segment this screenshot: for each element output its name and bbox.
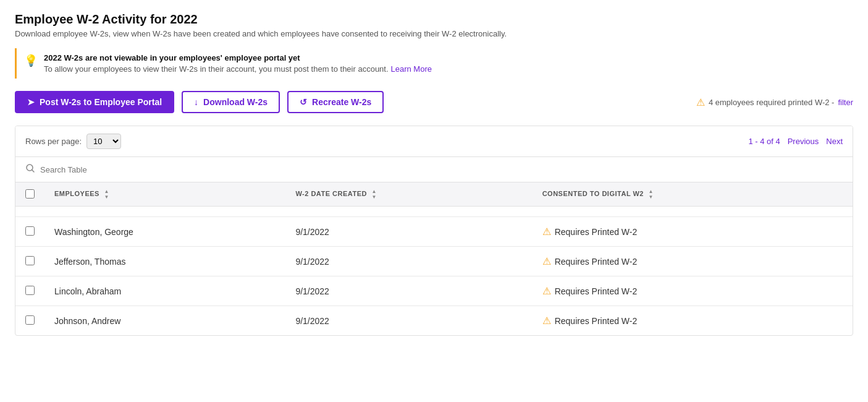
download-icon: ↓ — [194, 97, 198, 107]
warning-text: 4 employees required printed W-2 - — [709, 98, 835, 107]
column-header-consented[interactable]: CONSENTED TO DIGITAL W2 ▲ ▼ — [533, 182, 853, 207]
row-employee-name: Jefferson, Thomas — [44, 247, 285, 276]
row-checkbox-cell — [15, 217, 44, 247]
download-w2s-button[interactable]: ↓ Download W-2s — [182, 91, 280, 113]
table-header-row: EMPLOYEES ▲ ▼ W-2 DATE CREATED ▲ ▼ CONSE… — [15, 182, 853, 207]
warning-icon: ⚠ — [542, 226, 551, 237]
row-checkbox[interactable] — [25, 315, 35, 325]
sort-arrows-consented: ▲ ▼ — [649, 189, 654, 200]
status-text: Requires Printed W-2 — [555, 257, 638, 267]
select-all-checkbox[interactable] — [25, 189, 35, 199]
row-employee-name: Lincoln, Abraham — [44, 276, 285, 306]
page-title: Employee W-2 Activity for 2022 — [15, 12, 853, 27]
row-w2-date: 9/1/2022 — [285, 306, 532, 336]
warning-filter: ⚠ 4 employees required printed W-2 - fil… — [696, 96, 853, 108]
table-row: Washington, George 9/1/2022 ⚠ Requires P… — [15, 217, 853, 247]
table-row: Lincoln, Abraham 9/1/2022 ⚠ Requires Pri… — [15, 276, 853, 306]
recreate-label: Recreate W-2s — [312, 97, 371, 107]
row-checkbox-cell — [15, 247, 44, 276]
status-text: Requires Printed W-2 — [555, 316, 638, 326]
warning-icon: ⚠ — [542, 285, 551, 297]
status-text: Requires Printed W-2 — [555, 227, 638, 237]
row-w2-date: 9/1/2022 — [285, 217, 532, 247]
rows-per-page-control: Rows per page: 10 25 50 100 — [25, 134, 121, 149]
previous-button[interactable]: Previous — [788, 137, 819, 146]
notice-content: 2022 W-2s are not viewable in your emplo… — [44, 53, 432, 74]
row-checkbox[interactable] — [25, 256, 35, 265]
select-all-header — [15, 182, 44, 207]
column-header-w2-date[interactable]: W-2 DATE CREATED ▲ ▼ — [285, 182, 532, 207]
warning-icon: ⚠ — [542, 315, 551, 327]
lightbulb-icon: 💡 — [24, 54, 38, 67]
recreate-w2s-button[interactable]: ↺ Recreate W-2s — [287, 91, 384, 113]
action-bar: ➤ Post W-2s to Employee Portal ↓ Downloa… — [15, 91, 853, 113]
table-container: Rows per page: 10 25 50 100 1 - 4 of 4 P… — [15, 126, 853, 336]
row-employee-name: Johnson, Andrew — [44, 306, 285, 336]
post-w2s-button[interactable]: ➤ Post W-2s to Employee Portal — [15, 91, 174, 113]
row-checkbox[interactable] — [25, 286, 35, 295]
search-input[interactable] — [40, 165, 843, 174]
next-button[interactable]: Next — [826, 137, 843, 146]
rows-per-page-label: Rows per page: — [25, 137, 82, 146]
column-header-employees[interactable]: EMPLOYEES ▲ ▼ — [44, 182, 285, 207]
row-consented-status: ⚠ Requires Printed W-2 — [533, 217, 853, 247]
row-w2-date: 9/1/2022 — [285, 276, 532, 306]
post-icon: ➤ — [27, 97, 35, 107]
page-subtitle: Download employee W-2s, view when W-2s h… — [15, 29, 853, 38]
table-row: Johnson, Andrew 9/1/2022 ⚠ Requires Prin… — [15, 306, 853, 336]
warning-triangle-icon: ⚠ — [696, 96, 705, 108]
filter-link[interactable]: filter — [838, 98, 853, 107]
row-consented-status: ⚠ Requires Printed W-2 — [533, 306, 853, 336]
sort-arrows-employees: ▲ ▼ — [104, 189, 109, 200]
row-checkbox-cell — [15, 306, 44, 336]
svg-line-1 — [32, 170, 35, 173]
notice-title: 2022 W-2s are not viewable in your emplo… — [44, 53, 432, 62]
search-bar — [15, 157, 853, 182]
post-label: Post W-2s to Employee Portal — [40, 97, 162, 107]
row-consented-status: ⚠ Requires Printed W-2 — [533, 276, 853, 306]
row-checkbox-cell — [15, 276, 44, 306]
notice-text: To allow your employees to view their W-… — [44, 64, 389, 74]
pagination-info: 1 - 4 of 4 — [748, 137, 780, 146]
download-label: Download W-2s — [203, 97, 268, 107]
search-icon — [25, 163, 35, 176]
table-row: Jefferson, Thomas 9/1/2022 ⚠ Requires Pr… — [15, 247, 853, 276]
empty-row — [15, 207, 853, 217]
sort-arrows-w2-date: ▲ ▼ — [372, 189, 377, 200]
status-text: Requires Printed W-2 — [555, 286, 638, 296]
employees-table: EMPLOYEES ▲ ▼ W-2 DATE CREATED ▲ ▼ CONSE… — [15, 182, 853, 335]
row-consented-status: ⚠ Requires Printed W-2 — [533, 247, 853, 276]
row-employee-name: Washington, George — [44, 217, 285, 247]
rows-per-page-select[interactable]: 10 25 50 100 — [86, 134, 121, 149]
table-toolbar: Rows per page: 10 25 50 100 1 - 4 of 4 P… — [15, 126, 853, 157]
row-w2-date: 9/1/2022 — [285, 247, 532, 276]
notice-banner: 💡 2022 W-2s are not viewable in your emp… — [15, 48, 853, 79]
row-checkbox[interactable] — [25, 226, 35, 236]
recreate-icon: ↺ — [300, 97, 307, 107]
warning-icon: ⚠ — [542, 255, 551, 267]
learn-more-link[interactable]: Learn More — [390, 64, 431, 74]
pagination: 1 - 4 of 4 Previous Next — [748, 137, 843, 146]
